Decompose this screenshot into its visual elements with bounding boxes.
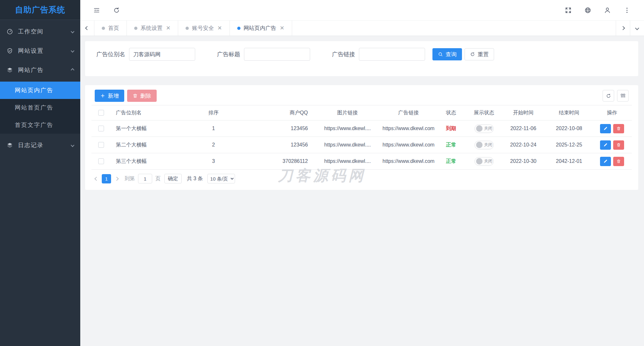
chevron-left-icon — [85, 26, 89, 30]
tabs-menu-button[interactable] — [630, 21, 644, 36]
tabs-scroll-left-button[interactable] — [80, 21, 94, 36]
ad-title-input[interactable] — [244, 48, 310, 61]
display-toggle[interactable]: 关闭 — [474, 124, 494, 133]
tab-close-icon[interactable]: ✕ — [166, 25, 170, 31]
column-settings-button[interactable] — [617, 90, 629, 102]
cell-start-time: 2022-10-30 — [501, 158, 546, 164]
sidebar-item-logs[interactable]: 日志记录 — [0, 138, 80, 153]
sidebar-subitem-site-home-ads[interactable]: 网站首页广告 — [0, 99, 80, 116]
row-checkbox[interactable] — [98, 126, 104, 131]
delete-button[interactable] — [613, 140, 624, 150]
page-size-select[interactable]: 10 条/页 — [207, 174, 235, 183]
edit-button[interactable] — [600, 140, 611, 150]
chevron-right-icon — [621, 26, 625, 30]
search-icon — [438, 52, 443, 57]
reset-icon — [470, 52, 475, 57]
fullscreen-icon[interactable] — [565, 7, 572, 14]
column-header: 状态 — [435, 110, 467, 116]
next-page-button[interactable] — [114, 177, 119, 180]
ad-link-input[interactable] — [359, 48, 425, 61]
edit-button[interactable] — [600, 124, 611, 133]
tabs-container: 首页系统设置✕账号安全✕网站页内广告✕ — [94, 21, 292, 36]
chevron-down-icon — [71, 49, 74, 52]
column-header: 广告位别名 — [111, 110, 188, 116]
topbar — [80, 0, 644, 20]
display-toggle[interactable]: 关闭 — [474, 141, 494, 149]
delete-button[interactable] — [613, 124, 624, 133]
cell-alias: 第二个大横幅 — [111, 142, 188, 148]
tab-2[interactable]: 账号安全✕ — [178, 21, 230, 36]
more-icon[interactable] — [623, 7, 631, 14]
status-badge: 正常 — [446, 158, 456, 165]
filter-field-title: 广告标题 — [217, 48, 310, 61]
toggle-label: 关闭 — [484, 142, 492, 148]
cell-sort: 2 — [188, 142, 239, 148]
cell-actions — [592, 157, 632, 166]
content-area: 广告位别名 广告标题 广告链接 查询 — [80, 36, 644, 346]
tab-label: 网站页内广告 — [244, 24, 276, 32]
sidebar-item-label: 工作空间 — [18, 28, 71, 35]
tab-close-icon[interactable]: ✕ — [280, 25, 284, 31]
tab-home[interactable]: 首页 — [94, 21, 127, 36]
globe-icon[interactable] — [584, 7, 591, 14]
goto-confirm-button[interactable]: 确定 — [164, 174, 182, 183]
cell-ad-link: https://www.dkewl.com — [382, 158, 435, 164]
tab-label: 首页 — [108, 24, 119, 32]
reset-button[interactable]: 重置 — [465, 48, 494, 60]
chevron-right-icon — [115, 177, 119, 181]
refresh-icon[interactable] — [113, 7, 120, 14]
search-button[interactable]: 查询 — [432, 48, 462, 60]
cell-display-state: 关闭 — [467, 157, 501, 166]
cell-end-time: 2025-12-25 — [546, 142, 592, 148]
page-number-button[interactable]: 1 — [102, 174, 111, 183]
pencil-icon — [603, 159, 608, 164]
row-checkbox[interactable] — [98, 158, 104, 164]
ad-alias-input[interactable] — [129, 48, 195, 61]
delete-button[interactable] — [613, 157, 624, 166]
user-icon[interactable] — [604, 7, 611, 14]
tab-close-icon[interactable]: ✕ — [217, 25, 222, 31]
cell-display-state: 关闭 — [467, 124, 501, 133]
toggle-knob — [476, 142, 483, 148]
tabs-scroll-right-button[interactable] — [616, 21, 630, 36]
tab-1[interactable]: 系统设置✕ — [127, 21, 178, 36]
select-all-checkbox[interactable] — [98, 110, 104, 116]
table-row: 第三个大横幅3370286112https://www.dkewl....htt… — [91, 153, 632, 170]
refresh-icon — [606, 93, 611, 99]
goto-page-input[interactable] — [138, 174, 152, 183]
reset-button-label: 重置 — [478, 51, 489, 58]
row-checkbox-cell — [91, 142, 111, 148]
filter-card: 广告位别名 广告标题 广告链接 查询 — [85, 41, 638, 76]
tab-label: 系统设置 — [141, 24, 162, 32]
prev-page-button[interactable] — [94, 177, 99, 180]
display-toggle[interactable]: 关闭 — [474, 157, 494, 166]
delete-selected-button[interactable]: 删除 — [127, 90, 157, 102]
sidebar-item-site-settings[interactable]: 网站设置 — [0, 43, 80, 58]
add-button[interactable]: 新增 — [95, 90, 124, 102]
topbar-right — [565, 7, 631, 14]
dashboard-icon — [6, 28, 13, 35]
menu-collapse-icon[interactable] — [93, 7, 100, 14]
cell-start-time: 2022-10-24 — [501, 142, 546, 148]
cell-status: 正常 — [435, 142, 467, 148]
delete-button-label: 删除 — [140, 92, 151, 100]
filter-field-link: 广告链接 — [332, 48, 425, 61]
sidebar-item-label: 网站设置 — [18, 47, 71, 55]
tab-status-dot — [102, 27, 105, 30]
main-area: 首页系统设置✕账号安全✕网站页内广告✕ 广告位别名 广告标题 广告链接 — [80, 0, 644, 346]
column-header: 操作 — [592, 110, 632, 116]
chevron-up-icon — [71, 68, 74, 72]
chevron-left-icon — [94, 177, 99, 181]
edit-button[interactable] — [600, 157, 611, 166]
tab-3[interactable]: 网站页内广告✕ — [230, 21, 292, 36]
layers-icon — [6, 142, 13, 149]
goto-label: 到第 — [125, 175, 135, 182]
sidebar-subitem-site-page-ads[interactable]: 网站页内广告 — [0, 82, 80, 99]
row-checkbox[interactable] — [98, 142, 104, 148]
sidebar-item-workspace[interactable]: 工作空间 — [0, 24, 80, 39]
sidebar-item-site-ads[interactable]: 网站广告 — [0, 62, 80, 78]
sidebar-subitem-home-text-ads[interactable]: 首页文字广告 — [0, 116, 80, 134]
cell-start-time: 2022-11-06 — [501, 126, 546, 131]
page-unit-label: 页 — [155, 175, 161, 182]
table-refresh-button[interactable] — [603, 90, 614, 102]
